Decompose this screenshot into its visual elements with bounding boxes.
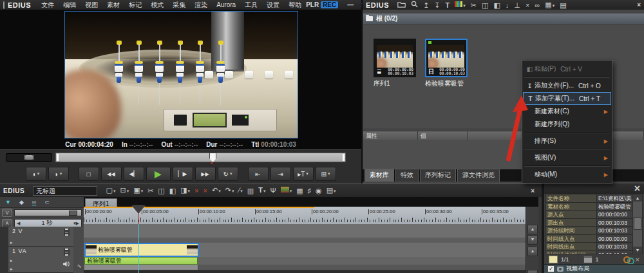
menu-item-view[interactable]: 视图(V) ▶	[523, 151, 611, 164]
set-in-button[interactable]: ◖▾	[26, 167, 46, 181]
audio-clip[interactable]: 检验喷雾吸管	[84, 257, 198, 265]
tab-source-browser[interactable]: 源文件浏览	[457, 169, 500, 182]
menu-edit[interactable]: 编辑	[59, 1, 80, 10]
col-attr[interactable]: 属性	[363, 131, 418, 140]
multicam-button[interactable]: ⊞▾	[316, 167, 336, 181]
sync-mode-icon[interactable]: ◆	[19, 199, 24, 205]
delete-icon[interactable]: ×	[523, 1, 532, 10]
replace-icon[interactable]: ◨▾	[178, 185, 193, 196]
track-lane-sub[interactable]	[84, 265, 526, 270]
tab-bin[interactable]: 素材库	[365, 169, 394, 182]
expand-icon[interactable]: ▸	[10, 258, 13, 263]
loop-play-button[interactable]: ↻▾	[218, 167, 238, 181]
track-expand-up-button[interactable]: ▲	[527, 247, 538, 256]
new-sequence-icon[interactable]: ▢▾	[104, 185, 118, 196]
tab-effects[interactable]: 特效	[395, 169, 419, 182]
bin-close-button[interactable]: ×	[633, 1, 644, 8]
undo-icon[interactable]: ↶▾	[209, 185, 223, 196]
properties-close-button[interactable]: ×	[630, 183, 644, 194]
header-slider-handle[interactable]	[69, 211, 77, 216]
fast-forward-button[interactable]: ▶▶	[195, 167, 216, 181]
add-title-icon[interactable]: T	[443, 1, 453, 10]
speaker-icon[interactable]	[62, 258, 70, 270]
note-icon[interactable]	[549, 256, 558, 263]
col-value[interactable]: 值	[418, 131, 468, 140]
next-frame-button[interactable]: ▏▶	[173, 167, 193, 181]
track-expand-up-button[interactable]: ▲	[527, 225, 538, 234]
layout-checkbox[interactable]: ✓	[547, 265, 554, 272]
goto-out-button[interactable]: ⇥	[270, 167, 291, 181]
timeline-close-button[interactable]: ×	[527, 187, 538, 194]
stop-button[interactable]: □	[79, 167, 99, 181]
properties-scrollbar[interactable]: ▲ ▼	[632, 194, 643, 254]
sync-lock-icon[interactable]: ∿	[77, 263, 82, 269]
bin-case-icon[interactable]: ▤	[557, 1, 569, 10]
menu-mode[interactable]: 模式	[146, 1, 168, 10]
title-tool-icon[interactable]: T▾	[256, 185, 268, 196]
rewind-button[interactable]: ◀◀	[101, 167, 122, 181]
position-bar[interactable]	[55, 153, 346, 162]
menu-render[interactable]: 渲染	[190, 1, 212, 10]
copy-icon[interactable]: ◫	[156, 186, 167, 195]
layout-window-icon[interactable]: ▤▾	[324, 185, 338, 196]
open-project-icon[interactable]: ⊡▾	[118, 185, 131, 196]
new-folder-icon[interactable]	[395, 1, 408, 10]
link-icon[interactable]: ∞	[532, 1, 542, 10]
cut-icon[interactable]: ✂	[468, 1, 479, 10]
group-mode-icon[interactable]: ⊂	[44, 199, 50, 205]
expand-icon[interactable]: ▸	[10, 267, 13, 272]
menu-aurora[interactable]: Aurora	[212, 1, 240, 8]
search-icon[interactable]	[408, 1, 421, 10]
goto-in-button[interactable]: ⇤	[248, 167, 269, 181]
timeline-playhead-handle[interactable]	[132, 206, 145, 220]
add-file-icon[interactable]: ↧	[431, 1, 442, 10]
video-track-icon[interactable]	[64, 229, 70, 236]
project-name-box[interactable]: 无标题	[33, 186, 97, 196]
clip-name[interactable]: 检验喷雾吸管	[425, 79, 468, 88]
scroll-down-icon[interactable]: ▼	[633, 247, 642, 254]
delete-in-out-icon[interactable]: ×	[201, 186, 209, 195]
menu-item-sort[interactable]: 排序(S) ▶	[523, 135, 611, 147]
voiceover-mic-icon[interactable]: Ψ	[268, 186, 278, 195]
menu-view[interactable]: 视图	[80, 1, 102, 10]
menu-capture[interactable]: 采集	[168, 1, 190, 10]
track-expand-down-button[interactable]: ▼	[527, 235, 538, 245]
menu-tools[interactable]: 工具	[240, 1, 262, 10]
view-grid-icon[interactable]: ▦▾	[542, 0, 557, 10]
minimize-button[interactable]: —	[343, 1, 357, 8]
shuttle-slider[interactable]	[6, 153, 52, 162]
menu-settings[interactable]: 设置	[262, 1, 284, 10]
timeline-ruler[interactable]: 00:00:00:00 00:00:05:00 00:00:10:00 00:0…	[84, 207, 526, 225]
clip-thumbnail-selected[interactable]: 日 00:00:00:0000:00:10:03	[425, 39, 468, 77]
header-slider[interactable]	[14, 209, 82, 216]
paste-icon[interactable]: ◧	[167, 186, 178, 195]
disk-icon[interactable]	[583, 256, 592, 263]
ripple-delete-icon[interactable]: ×	[193, 186, 201, 195]
menu-item-add-title[interactable]: T 添加字幕(T)... Ctrl + T	[523, 92, 611, 105]
menu-item-add-file[interactable]: ↧ 添加文件(F)... Ctrl + O	[523, 79, 611, 92]
track-expand-down-button[interactable]: ▼	[527, 270, 538, 273]
razor-icon[interactable]: ∕▾	[236, 185, 245, 196]
colorbar-clip-icon[interactable]: ▾	[452, 0, 468, 10]
track-header-2v[interactable]: 2 V ▸	[8, 227, 73, 247]
audio-mixer-icon[interactable]: ♯	[305, 186, 314, 195]
cut-icon[interactable]: ✂	[146, 186, 156, 195]
prev-frame-button[interactable]: ◀▏	[124, 167, 144, 181]
clip-name[interactable]: 序列1	[374, 79, 416, 88]
menu-item-move[interactable]: 移动(M) ▶	[523, 168, 611, 181]
shuttle-handle[interactable]	[24, 155, 34, 160]
track-lane-1va-video[interactable]: 检验喷雾吸管	[84, 243, 526, 258]
insert-to-timeline-button[interactable]: ▸T▾	[293, 167, 314, 181]
set-out-button[interactable]: ◗▾	[48, 167, 69, 181]
bin-folder-header[interactable]: 根 (0/2)	[363, 14, 644, 24]
paste-icon[interactable]: ◧	[491, 1, 502, 10]
play-button[interactable]: ▶	[146, 167, 171, 181]
clip-card-sequence[interactable]: ≣ 00:00:00:0000:00:10:03 序列1	[374, 39, 416, 88]
up-folder-icon[interactable]: ↥	[421, 1, 431, 10]
menu-marker[interactable]: 标记	[124, 1, 146, 10]
menu-item-new-clip[interactable]: 新建素材(C) ▶	[523, 105, 611, 118]
playhead-handle[interactable]	[209, 153, 216, 162]
clip-card-video[interactable]: 日 00:00:00:0000:00:10:03 检验喷雾吸管	[425, 39, 468, 88]
menu-item-new-sequence[interactable]: 新建序列(Q)	[523, 118, 611, 131]
plr-button[interactable]: PLR	[306, 1, 319, 8]
